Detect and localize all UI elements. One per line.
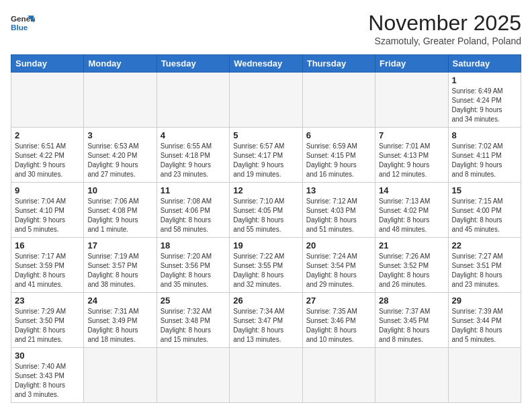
calendar-day-cell [302, 348, 375, 403]
day-info: Sunrise: 6:59 AM Sunset: 4:15 PM Dayligh… [306, 142, 371, 179]
day-number: 15 [452, 185, 517, 195]
day-info: Sunrise: 7:06 AM Sunset: 4:08 PM Dayligh… [87, 197, 152, 234]
calendar-day-cell [157, 348, 229, 403]
calendar-week-row: 1Sunrise: 6:49 AM Sunset: 4:24 PM Daylig… [11, 73, 521, 128]
calendar-week-row: 23Sunrise: 7:29 AM Sunset: 3:50 PM Dayli… [11, 293, 521, 348]
location-subtitle: Szamotuly, Greater Poland, Poland [368, 36, 521, 46]
calendar-table: SundayMondayTuesdayWednesdayThursdayFrid… [11, 54, 521, 403]
day-info: Sunrise: 7:26 AM Sunset: 3:52 PM Dayligh… [379, 252, 444, 289]
calendar-day-cell: 12Sunrise: 7:10 AM Sunset: 4:05 PM Dayli… [230, 183, 302, 238]
day-number: 22 [452, 240, 517, 250]
day-info: Sunrise: 7:19 AM Sunset: 3:57 PM Dayligh… [87, 252, 152, 289]
calendar-day-cell: 5Sunrise: 6:57 AM Sunset: 4:17 PM Daylig… [230, 128, 302, 183]
day-number: 30 [15, 351, 80, 361]
calendar-week-row: 16Sunrise: 7:17 AM Sunset: 3:59 PM Dayli… [11, 238, 521, 293]
day-info: Sunrise: 6:51 AM Sunset: 4:22 PM Dayligh… [15, 142, 80, 179]
calendar-day-cell: 16Sunrise: 7:17 AM Sunset: 3:59 PM Dayli… [11, 238, 84, 293]
day-number: 20 [306, 240, 371, 250]
header: General Blue November 2025 Szamotuly, Gr… [11, 11, 521, 46]
calendar-week-row: 9Sunrise: 7:04 AM Sunset: 4:10 PM Daylig… [11, 183, 521, 238]
calendar-day-cell: 11Sunrise: 7:08 AM Sunset: 4:06 PM Dayli… [157, 183, 229, 238]
calendar-day-cell: 30Sunrise: 7:40 AM Sunset: 3:43 PM Dayli… [11, 348, 84, 403]
calendar-day-cell: 6Sunrise: 6:59 AM Sunset: 4:15 PM Daylig… [302, 128, 375, 183]
calendar-day-cell [157, 73, 229, 128]
day-of-week-header: Wednesday [230, 55, 302, 73]
day-number: 10 [87, 185, 152, 195]
calendar-day-cell: 9Sunrise: 7:04 AM Sunset: 4:10 PM Daylig… [11, 183, 84, 238]
day-number: 1 [452, 75, 517, 85]
calendar-day-cell: 15Sunrise: 7:15 AM Sunset: 4:00 PM Dayli… [448, 183, 521, 238]
calendar-day-cell: 28Sunrise: 7:37 AM Sunset: 3:45 PM Dayli… [375, 293, 448, 348]
calendar-day-cell [11, 73, 84, 128]
calendar-day-cell: 18Sunrise: 7:20 AM Sunset: 3:56 PM Dayli… [157, 238, 229, 293]
day-number: 27 [306, 295, 371, 306]
day-info: Sunrise: 6:49 AM Sunset: 4:24 PM Dayligh… [452, 87, 517, 124]
calendar-day-cell: 26Sunrise: 7:34 AM Sunset: 3:47 PM Dayli… [230, 293, 302, 348]
logo-icon: General Blue [11, 11, 35, 35]
calendar-day-cell: 23Sunrise: 7:29 AM Sunset: 3:50 PM Dayli… [11, 293, 84, 348]
day-number: 13 [306, 185, 371, 195]
calendar-day-cell: 25Sunrise: 7:32 AM Sunset: 3:48 PM Dayli… [157, 293, 229, 348]
day-number: 19 [233, 240, 298, 250]
calendar-day-cell: 2Sunrise: 6:51 AM Sunset: 4:22 PM Daylig… [11, 128, 84, 183]
calendar-header-row: SundayMondayTuesdayWednesdayThursdayFrid… [11, 55, 521, 73]
day-info: Sunrise: 7:24 AM Sunset: 3:54 PM Dayligh… [306, 252, 371, 289]
day-info: Sunrise: 7:22 AM Sunset: 3:55 PM Dayligh… [233, 252, 298, 289]
day-number: 16 [15, 240, 80, 250]
logo: General Blue [11, 11, 35, 35]
day-info: Sunrise: 7:13 AM Sunset: 4:02 PM Dayligh… [379, 197, 444, 234]
calendar-day-cell: 13Sunrise: 7:12 AM Sunset: 4:03 PM Dayli… [302, 183, 375, 238]
day-number: 7 [379, 130, 444, 140]
day-of-week-header: Saturday [448, 55, 521, 73]
calendar-day-cell: 22Sunrise: 7:27 AM Sunset: 3:51 PM Dayli… [448, 238, 521, 293]
day-number: 29 [452, 295, 517, 306]
day-number: 12 [233, 185, 298, 195]
calendar-day-cell [84, 348, 157, 403]
day-number: 2 [15, 130, 80, 140]
day-of-week-header: Tuesday [157, 55, 229, 73]
day-number: 5 [233, 130, 298, 140]
calendar-day-cell: 10Sunrise: 7:06 AM Sunset: 4:08 PM Dayli… [84, 183, 157, 238]
day-info: Sunrise: 7:08 AM Sunset: 4:06 PM Dayligh… [161, 197, 226, 234]
calendar-day-cell [375, 73, 448, 128]
day-number: 14 [379, 185, 444, 195]
day-info: Sunrise: 7:29 AM Sunset: 3:50 PM Dayligh… [15, 307, 80, 345]
day-number: 24 [87, 295, 152, 306]
calendar-day-cell: 17Sunrise: 7:19 AM Sunset: 3:57 PM Dayli… [84, 238, 157, 293]
calendar-week-row: 2Sunrise: 6:51 AM Sunset: 4:22 PM Daylig… [11, 128, 521, 183]
calendar-day-cell: 19Sunrise: 7:22 AM Sunset: 3:55 PM Dayli… [230, 238, 302, 293]
calendar-day-cell: 8Sunrise: 7:02 AM Sunset: 4:11 PM Daylig… [448, 128, 521, 183]
day-info: Sunrise: 7:15 AM Sunset: 4:00 PM Dayligh… [452, 197, 517, 234]
title-area: November 2025 Szamotuly, Greater Poland,… [368, 11, 521, 46]
day-number: 4 [161, 130, 226, 140]
calendar-day-cell: 1Sunrise: 6:49 AM Sunset: 4:24 PM Daylig… [448, 73, 521, 128]
day-info: Sunrise: 7:31 AM Sunset: 3:49 PM Dayligh… [87, 307, 152, 345]
day-of-week-header: Thursday [302, 55, 375, 73]
calendar-day-cell: 14Sunrise: 7:13 AM Sunset: 4:02 PM Dayli… [375, 183, 448, 238]
day-number: 11 [161, 185, 226, 195]
calendar-day-cell: 21Sunrise: 7:26 AM Sunset: 3:52 PM Dayli… [375, 238, 448, 293]
day-info: Sunrise: 7:39 AM Sunset: 3:44 PM Dayligh… [452, 307, 517, 345]
day-info: Sunrise: 7:35 AM Sunset: 3:46 PM Dayligh… [306, 307, 371, 345]
day-of-week-header: Sunday [11, 55, 84, 73]
calendar-day-cell [230, 73, 302, 128]
day-number: 25 [161, 295, 226, 306]
day-number: 26 [233, 295, 298, 306]
day-number: 17 [87, 240, 152, 250]
calendar-day-cell: 3Sunrise: 6:53 AM Sunset: 4:20 PM Daylig… [84, 128, 157, 183]
svg-text:Blue: Blue [11, 23, 28, 32]
day-info: Sunrise: 6:57 AM Sunset: 4:17 PM Dayligh… [233, 142, 298, 179]
day-info: Sunrise: 7:32 AM Sunset: 3:48 PM Dayligh… [161, 307, 226, 345]
day-info: Sunrise: 7:17 AM Sunset: 3:59 PM Dayligh… [15, 252, 80, 289]
calendar-day-cell [375, 348, 448, 403]
calendar-day-cell: 29Sunrise: 7:39 AM Sunset: 3:44 PM Dayli… [448, 293, 521, 348]
day-of-week-header: Friday [375, 55, 448, 73]
calendar-day-cell: 7Sunrise: 7:01 AM Sunset: 4:13 PM Daylig… [375, 128, 448, 183]
day-info: Sunrise: 7:34 AM Sunset: 3:47 PM Dayligh… [233, 307, 298, 345]
day-info: Sunrise: 6:53 AM Sunset: 4:20 PM Dayligh… [87, 142, 152, 179]
day-number: 8 [452, 130, 517, 140]
day-number: 3 [87, 130, 152, 140]
calendar-day-cell [448, 348, 521, 403]
day-number: 21 [379, 240, 444, 250]
calendar-day-cell [230, 348, 302, 403]
